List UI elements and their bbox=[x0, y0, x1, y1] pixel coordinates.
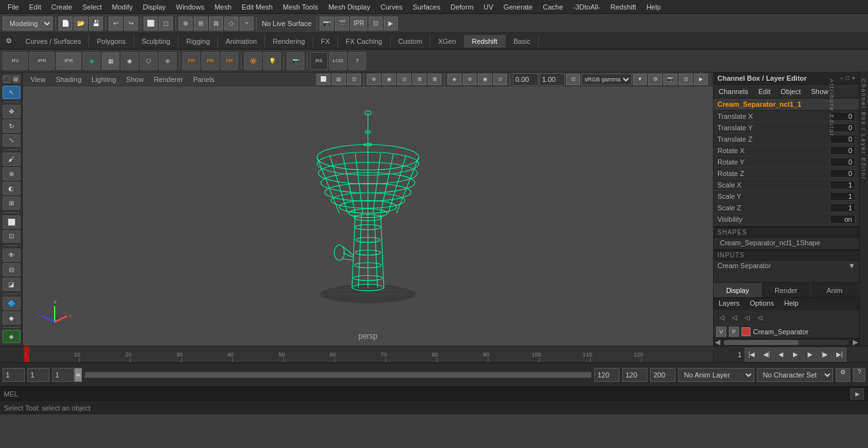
tab-curves-surfaces[interactable]: Curves / Surfaces bbox=[18, 35, 89, 48]
cb-scroll-right-btn[interactable]: ▶ bbox=[851, 338, 859, 346]
inputs-dropdown-btn[interactable]: ▼ bbox=[848, 262, 855, 269]
menu-uv[interactable]: UV bbox=[478, 2, 498, 12]
channel-scale-z[interactable]: Scale Z 1 bbox=[714, 202, 859, 214]
menu-display[interactable]: Display bbox=[138, 2, 171, 12]
vp-anim-btn[interactable]: ▶ bbox=[694, 74, 708, 85]
channel-scale-x[interactable]: Scale X 1 bbox=[714, 179, 859, 191]
menu-edit-mesh[interactable]: Edit Mesh bbox=[236, 2, 278, 12]
channel-scale-y[interactable]: Scale Y 1 bbox=[714, 191, 859, 202]
menu-generate[interactable]: Generate bbox=[498, 2, 538, 12]
vp-settings-btn[interactable]: ⚙ bbox=[648, 74, 662, 85]
shelf-pr2-btn[interactable]: PR bbox=[201, 52, 219, 70]
vp-value1[interactable] bbox=[513, 73, 538, 86]
vp-icon-4[interactable]: ⊕ bbox=[367, 74, 381, 85]
vp-menu-panels[interactable]: Panels bbox=[191, 74, 217, 85]
shelf-cam-btn[interactable]: 📷 bbox=[287, 52, 304, 70]
display-btn[interactable]: ⊡ bbox=[369, 17, 383, 31]
vp-icon-2[interactable]: ▤ bbox=[332, 74, 346, 85]
vp-menu-shading[interactable]: Shading bbox=[53, 74, 84, 85]
shelf-rs6-btn[interactable]: RS bbox=[310, 52, 328, 70]
shelf-rs4-btn[interactable]: ⬡ bbox=[140, 52, 158, 70]
anim-help-btn[interactable]: ? bbox=[853, 368, 865, 382]
vp-display-btn[interactable]: ⊡ bbox=[679, 74, 693, 85]
menu-cache[interactable]: Cache bbox=[538, 2, 568, 12]
layer-btn[interactable]: ⊟ bbox=[3, 263, 20, 276]
cb-close-btn[interactable]: × bbox=[852, 75, 855, 81]
range-end-field[interactable] bbox=[622, 368, 648, 382]
cb-minimize-btn[interactable]: − bbox=[840, 75, 843, 81]
tab-polygons[interactable]: Polygons bbox=[89, 35, 133, 48]
layer-playback-btn[interactable]: P bbox=[729, 327, 739, 337]
viewport-canvas[interactable]: X Y Z persp bbox=[23, 86, 713, 346]
shelf-rs2-btn[interactable]: ▦ bbox=[102, 52, 119, 70]
shelf-pr1-btn[interactable]: PR bbox=[182, 52, 200, 70]
menu-3dtoall[interactable]: -3DtoAll- bbox=[568, 2, 606, 12]
tab-custom[interactable]: Custom bbox=[391, 35, 431, 48]
vp-icon-6[interactable]: ◎ bbox=[397, 74, 411, 85]
cb-object-menu[interactable]: Object bbox=[775, 86, 806, 97]
play-next-key-btn[interactable]: |▶ bbox=[818, 348, 832, 362]
vp-icon-12[interactable]: ⊙ bbox=[493, 74, 507, 85]
paint-tool-btn[interactable]: 🖌 bbox=[3, 153, 20, 166]
menu-file[interactable]: File bbox=[3, 2, 24, 12]
layers-layers-menu[interactable]: Layers bbox=[714, 298, 745, 310]
tab-animation[interactable]: Animation bbox=[218, 35, 265, 48]
menu-deform[interactable]: Deform bbox=[445, 2, 478, 12]
play-prev-btn[interactable]: ◀ bbox=[774, 348, 788, 362]
vp-icon-1[interactable]: ⬜ bbox=[316, 74, 330, 85]
snap2-btn[interactable]: ⊞ bbox=[194, 17, 208, 31]
shelf-ipr-btn[interactable]: IPR bbox=[29, 52, 55, 70]
sculpt-btn[interactable]: ◐ bbox=[3, 182, 20, 195]
menu-mesh[interactable]: Mesh bbox=[209, 2, 236, 12]
vp-gamma-select[interactable]: sRGB gamma bbox=[581, 74, 632, 85]
rotate-tool-btn[interactable]: ↻ bbox=[3, 119, 20, 133]
select-btn[interactable]: ⬜ bbox=[144, 17, 158, 31]
anim-btn[interactable]: ▶ bbox=[384, 17, 398, 31]
new-scene-btn[interactable]: 📄 bbox=[58, 17, 72, 31]
layer-color-swatch[interactable] bbox=[742, 327, 750, 336]
vp-icon-8[interactable]: ⊠ bbox=[428, 74, 442, 85]
layers-options-menu[interactable]: Options bbox=[745, 298, 779, 310]
char-set-dropdown[interactable]: No Character Set bbox=[757, 368, 833, 382]
vp-icon-5[interactable]: ◉ bbox=[382, 74, 396, 85]
layer-lock-btn[interactable]: ◁ bbox=[754, 311, 766, 323]
vp-icon-3[interactable]: ⊡ bbox=[347, 74, 361, 85]
cb-scrollbar[interactable]: ◀ ▶ bbox=[714, 338, 859, 346]
menu-mesh-tools[interactable]: Mesh Tools bbox=[278, 2, 323, 12]
dra-render-tab[interactable]: Render bbox=[762, 283, 810, 297]
cb-scrollbar-track[interactable] bbox=[724, 340, 849, 345]
vp-btn-1[interactable]: ⬛ bbox=[3, 75, 11, 83]
shelf-light1-btn[interactable]: 🔆 bbox=[244, 52, 262, 70]
vp-menu-view[interactable]: View bbox=[28, 74, 48, 85]
snap5-btn[interactable]: ~ bbox=[240, 17, 254, 31]
side-label-channel-box[interactable]: Channel Box / Layer Editor bbox=[860, 79, 867, 339]
timeline-ruler[interactable]: 1 10 20 30 40 50 60 70 80 90 1 bbox=[23, 346, 713, 363]
channel-rotate-x[interactable]: Rotate X 0 bbox=[714, 145, 859, 156]
play-goto-start-btn[interactable]: |◀ bbox=[745, 348, 759, 362]
snap3-btn[interactable]: ⊠ bbox=[209, 17, 223, 31]
select-tool-btn[interactable]: ↖ bbox=[3, 86, 20, 99]
anim-layer-dropdown[interactable]: No Anim Layer bbox=[678, 368, 754, 382]
lasso-tool-btn[interactable]: ⊡ bbox=[3, 230, 20, 243]
tab-fx-caching[interactable]: FX Caching bbox=[338, 35, 390, 48]
vp-icon-10[interactable]: ⊛ bbox=[463, 74, 477, 85]
shelf-rs1-btn[interactable]: ◈ bbox=[83, 52, 100, 70]
menu-help[interactable]: Help bbox=[641, 2, 666, 12]
play-prev-key-btn[interactable]: ◀| bbox=[759, 348, 773, 362]
marquee-btn[interactable]: ⬜ bbox=[3, 215, 20, 229]
anim-range-field[interactable] bbox=[52, 368, 74, 382]
shelf-rs3-btn[interactable]: ◉ bbox=[121, 52, 139, 70]
cb-maximize-btn[interactable]: □ bbox=[846, 75, 849, 81]
undo-btn[interactable]: ↩ bbox=[109, 17, 123, 31]
vp-cam-btn[interactable]: 📷 bbox=[663, 74, 677, 85]
open-scene-btn[interactable]: 📂 bbox=[74, 17, 88, 31]
anim-settings-btn[interactable]: ⚙ bbox=[836, 368, 850, 382]
cb-scroll-left-btn[interactable]: ◀ bbox=[714, 338, 721, 346]
layer-remove-btn[interactable]: ◁ bbox=[729, 311, 740, 323]
snap-btn[interactable]: ⊕ bbox=[179, 17, 193, 31]
show-hide-btn[interactable]: 👁 bbox=[3, 248, 20, 262]
vp-menu-show[interactable]: Show bbox=[124, 74, 147, 85]
render-btn[interactable]: 🎬 bbox=[335, 17, 349, 31]
cam-btn[interactable]: 📷 bbox=[320, 17, 334, 31]
menu-edit[interactable]: Edit bbox=[24, 2, 46, 12]
